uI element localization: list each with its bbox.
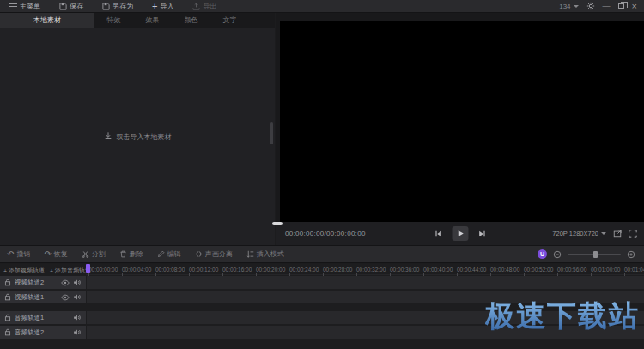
preview-controls: 00:00:00:00/00:00:00:00 720P 1280X720 (276, 222, 644, 245)
redo-label: 恢复 (54, 249, 68, 259)
speaker-icon[interactable] (73, 293, 81, 301)
split-label: 分割 (92, 249, 106, 259)
detach-audio-icon (195, 250, 203, 258)
main-menu-button[interactable]: 主菜单 (0, 0, 50, 12)
undo-button[interactable]: ↶ 撤销 (0, 249, 37, 259)
save-as-button[interactable]: 另存为 (93, 0, 143, 12)
ruler-label: 00:00:12:00 (189, 266, 218, 272)
zoom-out-icon[interactable] (553, 250, 562, 259)
plus-icon: + (50, 268, 53, 274)
eye-icon[interactable] (61, 294, 70, 301)
track-header-video1: 视频轨道1 (0, 291, 86, 303)
preview-right-controls: 720P 1280X720 (552, 222, 637, 245)
resolution-value: 720P 1280X720 (552, 230, 598, 237)
add-video-track-button[interactable]: + 添加视频轨道 (3, 266, 45, 275)
plus-icon: + (152, 1, 157, 11)
export-button[interactable]: 导出 (183, 0, 226, 12)
ruler-label: 00:00:44:00 (457, 266, 486, 272)
ruler-label: 00:01:04:00 (624, 266, 644, 272)
plus-icon: + (3, 268, 7, 274)
tab-local-media[interactable]: 本地素材 (0, 13, 94, 28)
trash-icon (119, 250, 127, 258)
edit-label: 编辑 (167, 249, 181, 259)
resolution-dropdown[interactable]: 720P 1280X720 (552, 230, 606, 237)
ruler-label: 00:00:36:00 (390, 266, 419, 272)
save-icon (59, 3, 67, 10)
timeline: + 添加视频轨道 + 添加音频轨道 00:00:00:0000:00:04:00… (0, 264, 644, 349)
titlebar-right: 134 — × (559, 2, 644, 11)
play-icon (457, 230, 465, 237)
add-audio-track-button[interactable]: + 添加音频轨道 (50, 266, 91, 275)
playhead-line (88, 273, 88, 349)
preview-panel: 00:00:00:00/00:00:00:00 720P 1280X720 (276, 13, 644, 245)
lock-icon[interactable] (4, 293, 11, 301)
import-hint-label: 双击导入本地素材 (117, 132, 172, 141)
edit-toolbar: ↶ 撤销 ↷ 恢复 分割 删除 编辑 声画分离 插入 (0, 245, 644, 263)
timeline-zoom-slider[interactable] (568, 254, 621, 255)
settings-gear-icon[interactable] (586, 2, 595, 10)
ruler-label: 00:00:28:00 (323, 266, 352, 272)
counter-value: 134 (559, 3, 570, 10)
playhead[interactable] (86, 264, 91, 349)
track-name: 音频轨道2 (15, 328, 44, 337)
edit-button[interactable]: 编辑 (150, 249, 188, 259)
lock-icon[interactable] (4, 279, 11, 286)
import-hint[interactable]: 双击导入本地素材 (0, 132, 275, 141)
tab-effects[interactable]: 特效 (94, 13, 133, 28)
speaker-icon[interactable] (73, 328, 81, 336)
previous-frame-button[interactable] (434, 230, 443, 238)
redo-button[interactable]: ↷ 恢复 (37, 249, 74, 259)
tab-filters[interactable]: 效果 (133, 13, 172, 28)
ruler-label: 00:00:52:00 (524, 266, 553, 272)
track-lane-video2[interactable] (87, 276, 644, 289)
timeline-ruler[interactable]: 00:00:00:0000:00:04:0000:00:08:0000:00:1… (86, 264, 644, 275)
track-name: 音频轨道1 (15, 314, 44, 322)
timecode: 00:00:00:00/00:00:00:00 (285, 230, 366, 237)
import-button[interactable]: + 导入 (143, 0, 183, 12)
eye-icon[interactable] (61, 279, 70, 286)
media-library-panel[interactable]: 双击导入本地素材 (0, 28, 275, 245)
export-label: 导出 (203, 2, 216, 11)
insert-mode-label: 插入模式 (257, 249, 284, 259)
close-button[interactable]: × (632, 2, 637, 11)
panel-scrollbar[interactable] (270, 122, 273, 144)
pencil-icon (157, 250, 165, 258)
speaker-icon[interactable] (73, 314, 81, 321)
tab-text[interactable]: 文字 (210, 13, 249, 28)
ruler-label: 00:01:00:00 (591, 266, 620, 272)
fullscreen-icon[interactable] (629, 230, 637, 238)
update-badge[interactable]: U (538, 249, 547, 259)
zoom-in-icon[interactable] (627, 250, 635, 259)
timeline-zoom-controls: U (538, 249, 644, 259)
snapshot-icon[interactable] (613, 230, 622, 238)
zoom-slider-thumb[interactable] (593, 251, 598, 258)
insert-mode-icon (246, 250, 254, 258)
lock-icon[interactable] (4, 328, 11, 336)
chevron-down-icon (601, 232, 606, 235)
save-label: 保存 (70, 2, 83, 11)
download-icon (104, 132, 112, 141)
minimize-button[interactable]: — (603, 3, 611, 10)
tab-color[interactable]: 颜色 (172, 13, 210, 28)
asset-tabbar: 本地素材 特效 效果 颜色 文字 (0, 13, 275, 28)
ruler-label: 00:00:08:00 (155, 266, 185, 272)
scrollbar-nub[interactable] (272, 222, 283, 225)
next-frame-button[interactable] (478, 230, 487, 238)
lock-icon[interactable] (4, 314, 11, 321)
ruler-label: 00:00:32:00 (356, 266, 386, 272)
ruler-label: 00:00:48:00 (490, 266, 519, 272)
redo-icon: ↷ (44, 250, 51, 259)
speaker-icon[interactable] (73, 279, 81, 286)
track-header-audio1: 音频轨道1 (0, 311, 86, 324)
delete-button[interactable]: 删除 (112, 249, 150, 259)
menu-icon (9, 3, 17, 9)
restore-button[interactable] (618, 3, 624, 9)
play-button[interactable] (453, 226, 469, 241)
ruler-label: 00:00:40:00 (423, 266, 453, 272)
detach-audio-button[interactable]: 声画分离 (188, 249, 240, 259)
split-button[interactable]: 分割 (75, 249, 112, 259)
counter-dropdown[interactable]: 134 (559, 3, 578, 10)
undo-label: 撤销 (16, 249, 30, 259)
insert-mode-button[interactable]: 插入模式 (240, 249, 291, 259)
save-button[interactable]: 保存 (50, 0, 93, 12)
